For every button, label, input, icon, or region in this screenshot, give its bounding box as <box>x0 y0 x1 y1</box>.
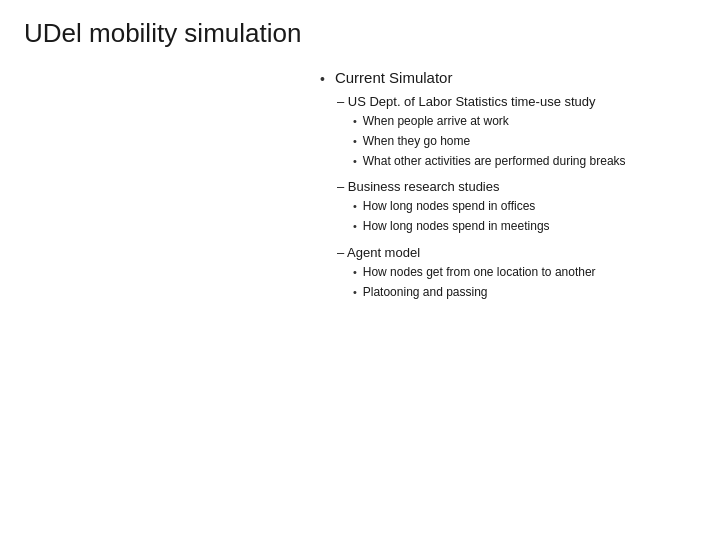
sub-bullet-text: When they go home <box>363 133 470 150</box>
list-item: • Platooning and passing <box>353 284 660 301</box>
sub-bullet-dot: • <box>353 200 357 212</box>
sub-bullet-dot: • <box>353 135 357 147</box>
main-bullet-row: • Current Simulator – US Dept. of Labor … <box>320 69 660 311</box>
list-item: • How long nodes spend in meetings <box>353 218 660 235</box>
list-item: • When they go home <box>353 133 660 150</box>
sub-bullets-agent: • How nodes get from one location to ano… <box>335 264 660 301</box>
list-item: • How long nodes spend in offices <box>353 198 660 215</box>
sub-bullet-dot: • <box>353 220 357 232</box>
main-bullet-dot: • <box>320 71 325 87</box>
current-simulator-label: Current Simulator <box>335 69 660 86</box>
dash-section-agent: – Agent model • How nodes get from one l… <box>335 245 660 301</box>
sub-bullet-text: How long nodes spend in offices <box>363 198 536 215</box>
list-item: • How nodes get from one location to ano… <box>353 264 660 281</box>
sub-bullets-business: • How long nodes spend in offices • How … <box>335 198 660 235</box>
sub-bullet-text: What other activities are performed duri… <box>363 153 626 170</box>
sub-bullet-text: How nodes get from one location to anoth… <box>363 264 596 281</box>
sub-bullet-text: How long nodes spend in meetings <box>363 218 550 235</box>
sub-bullet-text: When people arrive at work <box>363 113 509 130</box>
list-item: • What other activities are performed du… <box>353 153 660 170</box>
dash-section-us-dept: – US Dept. of Labor Statistics time-use … <box>335 94 660 169</box>
dash-label-us-dept: – US Dept. of Labor Statistics time-use … <box>335 94 660 109</box>
page-title: UDel mobility simulation <box>0 0 720 59</box>
dash-section-business: – Business research studies • How long n… <box>335 179 660 235</box>
bullet-content: Current Simulator – US Dept. of Labor St… <box>335 69 660 311</box>
sub-bullets-us-dept: • When people arrive at work • When they… <box>335 113 660 169</box>
sub-bullet-dot: • <box>353 286 357 298</box>
content-area: • Current Simulator – US Dept. of Labor … <box>0 59 720 311</box>
sub-bullet-dot: • <box>353 115 357 127</box>
list-item: • When people arrive at work <box>353 113 660 130</box>
sub-bullet-dot: • <box>353 155 357 167</box>
dash-label-agent: – Agent model <box>335 245 660 260</box>
sub-bullet-dot: • <box>353 266 357 278</box>
dash-label-business: – Business research studies <box>335 179 660 194</box>
sub-bullet-text: Platooning and passing <box>363 284 488 301</box>
